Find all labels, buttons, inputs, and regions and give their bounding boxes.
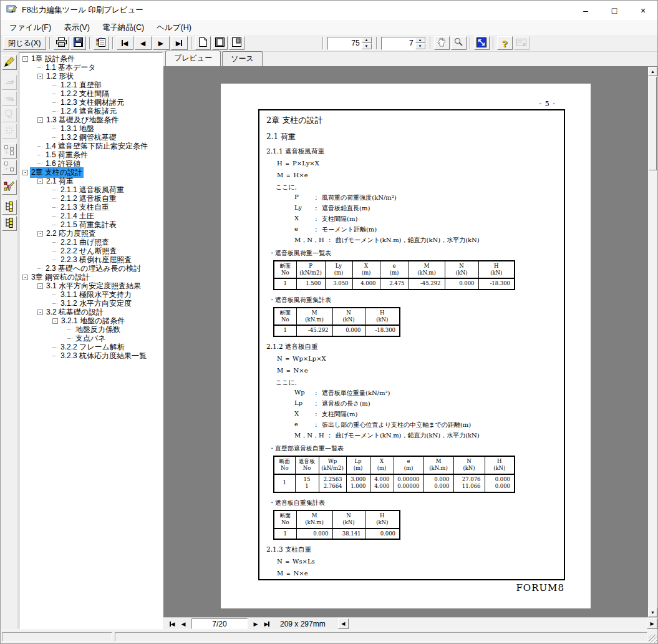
scroll-up-icon[interactable]: ▲ (648, 67, 657, 76)
doc-table-header-cell: H(kN) (365, 308, 400, 325)
zoom-up-button[interactable]: ▲ (362, 37, 372, 44)
toolbar-separator (430, 37, 431, 49)
nav-last-page-button[interactable]: ▶ (261, 619, 273, 629)
tree-move-button[interactable] (2, 160, 17, 175)
doc-definition-desc: モーメント距離(m) (322, 225, 377, 234)
tree-collapse-icon[interactable]: - (37, 74, 43, 79)
doc-definition-symbol: e (294, 225, 311, 234)
toolbar-separator (191, 37, 192, 49)
tree-collapse-icon[interactable]: - (37, 178, 43, 184)
close-window-button[interactable]: × (629, 1, 657, 20)
tree-collapse-icon[interactable]: - (22, 56, 28, 62)
doc-table-title: ・直壁部遮音板自重一覧表 (269, 444, 558, 453)
single-page-view-button[interactable] (195, 36, 211, 50)
edit-pen-button[interactable] (2, 55, 17, 70)
page-up-button[interactable]: ▲ (415, 37, 425, 44)
minimize-button[interactable]: – (571, 1, 600, 20)
page-setup-icon (96, 37, 106, 49)
doc-definition: M，N，H：曲げモーメント(kN.m)，鉛直力(kN)，水平力(kN) (294, 431, 558, 440)
doc-definition: e：張出し部の重心位置より支柱の中立軸までの距離(m) (294, 421, 558, 429)
horizontal-scrollbar[interactable]: ◀ ▶ (338, 618, 657, 629)
whole-page-view-button[interactable] (229, 36, 244, 50)
tree-collapse-icon[interactable]: - (22, 170, 28, 175)
tree-copy-button[interactable] (2, 144, 17, 159)
page-number-input[interactable] (382, 37, 415, 49)
doc-section-heading: 2.1.3 支柱自重 (266, 545, 558, 554)
page-setup-button[interactable] (94, 36, 109, 50)
doc-table-cell: 0.0000.000 (423, 474, 453, 493)
zoom-input[interactable] (328, 37, 362, 49)
close-preview-button[interactable]: 閉じる(X) (3, 36, 46, 50)
prev-page-button[interactable]: ◀ (135, 36, 152, 50)
unlink-icon (4, 125, 15, 138)
nav-next-page-button[interactable]: ▶ (250, 619, 261, 629)
page-width-view-button[interactable] (212, 36, 228, 50)
vertical-scroll-thumb[interactable] (649, 77, 657, 170)
menu-item-3[interactable]: 電子納品(C) (96, 21, 150, 35)
scroll-left-icon[interactable]: ◀ (338, 618, 349, 629)
tab-bar: プレビューソース (163, 52, 657, 66)
tree-connector-icon (52, 303, 57, 304)
resize-grip[interactable] (649, 635, 657, 643)
nav-prev-page-button[interactable]: ◀ (178, 619, 189, 629)
drag-page-button[interactable] (2, 107, 17, 122)
menu-item-1[interactable]: ファイル(F) (3, 21, 57, 35)
status-bar (1, 630, 657, 643)
tree-collapse-icon[interactable]: - (37, 283, 43, 289)
menu-bar: ファイル(F)表示(V)電子納品(C)ヘルプ(H) (1, 20, 657, 35)
tree-collapse-icon[interactable]: - (22, 275, 28, 280)
menu-item-4[interactable]: ヘルプ(H) (150, 21, 198, 35)
zoom-tool-button[interactable] (451, 36, 467, 50)
doc-table: 断面NoM(kN.m)N(kN)H(kN)10.00038.1410.000 (273, 510, 400, 540)
doc-table-header-cell: N(kN) (445, 261, 478, 278)
tree-collapse-icon[interactable]: - (37, 117, 43, 123)
doc-formula: M ＝ H×e (277, 171, 558, 180)
outdent-lines-button[interactable] (2, 91, 17, 106)
vertical-scrollbar[interactable]: ▲ ▼ (648, 67, 657, 617)
hand-tool-button[interactable] (434, 36, 450, 50)
status-panel-right (115, 632, 647, 642)
hand-tool-icon (437, 37, 447, 49)
first-page-button[interactable]: ◀ (117, 36, 133, 50)
page-indicator-field[interactable] (191, 618, 248, 629)
tree-item[interactable]: -2章 支柱の設計 (20, 168, 162, 177)
tree-collapse-icon[interactable]: - (37, 310, 43, 315)
nav-first-page-button[interactable]: ◀ (167, 619, 178, 629)
tree-item[interactable]: 3.2.3 杭体応力度結果一覧 (20, 351, 162, 360)
indent-lines-button[interactable] (2, 75, 17, 90)
tree-connector-icon (52, 190, 57, 190)
scroll-right-icon[interactable]: ▶ (647, 618, 657, 629)
doc-definition: M，N，H：曲げモーメント(kN.m)，鉛直力(kN)，水平力(kN) (294, 236, 558, 245)
tree-connector-icon (52, 251, 57, 251)
doc-formula: H ＝ P×Ly×X (277, 159, 558, 168)
zoom-down-button[interactable]: ▼ (362, 43, 372, 49)
scroll-down-icon[interactable]: ▼ (648, 608, 657, 617)
print-button[interactable] (54, 36, 69, 50)
tree-nodes-button[interactable] (2, 200, 17, 215)
doc-table-cell: 1 (274, 474, 295, 493)
tree-collapse-icon[interactable]: - (52, 318, 58, 324)
tree-connector-icon (52, 137, 57, 138)
tree-collapse-icon[interactable]: - (37, 231, 43, 237)
tab-source[interactable]: ソース (222, 51, 263, 66)
save-button[interactable] (70, 36, 86, 50)
tab-preview[interactable]: プレビュー (165, 51, 221, 66)
tree-connector-icon (52, 207, 57, 208)
renumber-button[interactable] (2, 180, 17, 195)
last-page-button[interactable]: ▶ (171, 36, 188, 50)
help-button[interactable]: ? (497, 36, 513, 50)
tree-item[interactable]: 1.4 遮音壁落下防止索安定条件 (20, 142, 162, 150)
doc-formula: M ＝ N×e (277, 569, 558, 578)
tree-item[interactable]: 1.5 荷重条件 (20, 150, 162, 159)
doc-table-title: ・遮音板自重集計表 (269, 499, 558, 507)
tree-nodes2-button[interactable] (2, 216, 17, 231)
info-panel-button[interactable] (514, 36, 530, 50)
fit-window-button[interactable] (474, 36, 490, 50)
menu-item-2[interactable]: 表示(V) (57, 21, 96, 35)
next-page-button[interactable]: ▶ (153, 36, 170, 50)
page-down-button[interactable]: ▼ (415, 43, 425, 49)
unlink-button[interactable] (2, 124, 17, 139)
maximize-button[interactable]: □ (600, 1, 629, 20)
doc-definition-symbol: P (294, 193, 311, 202)
tree-item[interactable]: 1.1 基本データ (20, 63, 162, 72)
